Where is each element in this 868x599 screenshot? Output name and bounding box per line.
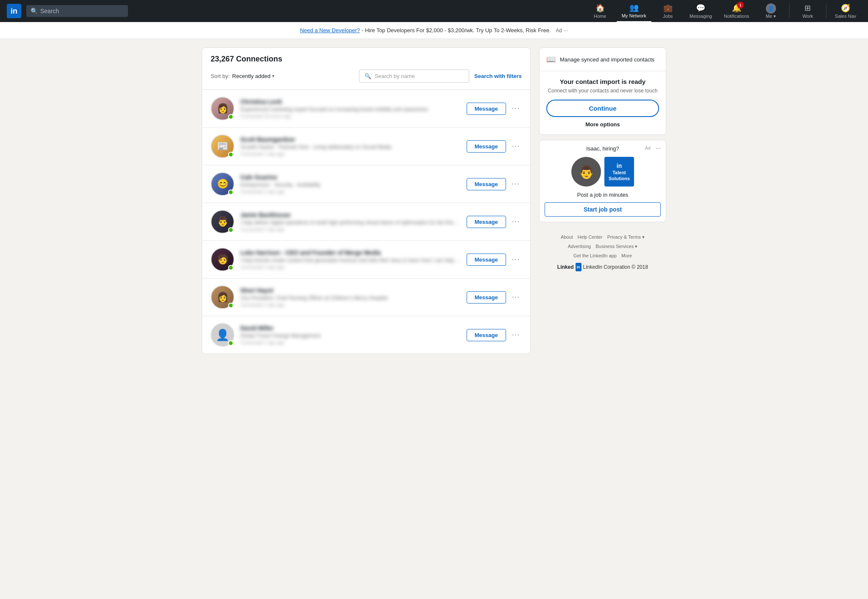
more-options-button[interactable]: ··· (510, 178, 522, 189)
online-indicator (228, 152, 234, 157)
connections-title: 23,267 Connections (211, 55, 522, 64)
message-button[interactable]: Message (467, 254, 506, 266)
avatar-wrap: 👨 (211, 210, 234, 234)
connection-title: I help brands create content that genera… (240, 257, 461, 263)
navbar: in 🔍 🏠 Home 👥 My Network 💼 Jobs 💬 Messag… (0, 0, 868, 22)
connection-time: Connected 1 day ago (240, 340, 461, 345)
message-button[interactable]: Message (467, 140, 506, 153)
message-button[interactable]: Message (467, 178, 506, 190)
search-bar[interactable]: 🔍 (26, 5, 128, 17)
avatar-wrap: 👩 (211, 97, 234, 120)
table-row: 👨 Jamie Backhouse I help deliver digital… (202, 203, 530, 241)
avatar-placeholder: 😊 (217, 178, 228, 189)
connection-time: Connected 1 day ago (240, 302, 461, 307)
footer-brand: Linked in LinkedIn Corporation © 2018 (542, 262, 663, 272)
continue-button[interactable]: Continue (546, 100, 659, 117)
footer-link-help[interactable]: Help Center (578, 234, 603, 240)
footer-link-business[interactable]: Business Services ▾ (595, 244, 637, 249)
connection-name: Christina Lenti (240, 98, 461, 105)
more-options-link[interactable]: More options (546, 121, 659, 128)
linkedin-logo-in: in (576, 263, 581, 271)
nav-item-notifications[interactable]: 🔔 1 Notifications (719, 0, 754, 22)
more-options-button[interactable]: ··· (510, 254, 522, 265)
nav-item-my-network[interactable]: 👥 My Network (617, 0, 651, 22)
online-indicator (228, 303, 234, 308)
avatar-wrap: 📰 (211, 134, 234, 158)
name-search-input[interactable] (375, 73, 464, 79)
connection-time: Connected 1 day ago (240, 227, 461, 232)
connection-actions: Message ··· (467, 291, 522, 304)
name-search-box[interactable]: 🔍 (359, 70, 469, 83)
nav-label-notifications: Notifications (724, 14, 749, 19)
nav-item-me[interactable]: 👤 Me ▾ (756, 0, 786, 22)
more-options-button[interactable]: ··· (510, 103, 522, 114)
more-options-button[interactable]: ··· (510, 292, 522, 303)
footer-links: About Help Center Privacy & Terms ▾ Adve… (539, 227, 666, 277)
import-description: Connect with your contacts and never los… (546, 88, 659, 94)
search-with-filters-link[interactable]: Search with filters (474, 73, 522, 79)
ad-card: Ad ··· Isaac, hiring? 👨 in Talent Soluti… (539, 140, 666, 222)
ad-banner-text: - Hire Top Developers For $2,000 - $3,20… (362, 27, 551, 33)
table-row: 📰 Scott Baumgardner Growth Hacker · Podc… (202, 128, 530, 165)
nav-item-sales-nav[interactable]: 🧭 Sales Nav (830, 0, 861, 22)
ad-talent-solutions-logo: in Talent Solutions (604, 157, 634, 187)
nav-item-messaging[interactable]: 💬 Messaging (684, 0, 717, 22)
table-row: 😊 Cale Guarino Entrepreneur · Security ·… (202, 165, 530, 203)
contact-import-box: Your contact import is ready Connect wit… (540, 71, 666, 134)
ad-banner-link[interactable]: Need a New Developer? (300, 27, 360, 33)
copyright-text: LinkedIn Corporation © 2018 (583, 262, 648, 272)
avatar-placeholder: 📰 (217, 141, 228, 152)
table-row: 👩 Sheri Hayot Vice President, Chief Nurs… (202, 279, 530, 316)
connection-info: Christina Lenti Experienced marketing ex… (240, 98, 461, 119)
avatar-placeholder: 👩 (217, 292, 228, 303)
connection-title: Experienced marketing expert focused on … (240, 106, 461, 112)
sort-dropdown[interactable]: Recently added ▾ (232, 73, 275, 79)
message-button[interactable]: Message (467, 103, 506, 115)
search-icon: 🔍 (31, 8, 38, 14)
notifications-icon: 🔔 1 (732, 3, 741, 13)
avatar-placeholder: 👩 (217, 103, 228, 114)
manage-contacts-card: 📖 Manage synced and imported contacts Yo… (539, 47, 666, 135)
nav-item-jobs[interactable]: 💼 Jobs (653, 0, 683, 22)
connections-panel: 23,267 Connections Sort by: Recently add… (202, 47, 531, 354)
manage-contacts-title[interactable]: Manage synced and imported contacts (560, 56, 654, 63)
connection-time: Connected 10 hours ago (240, 114, 461, 119)
avatar-placeholder: 👤 (216, 329, 229, 342)
linkedin-logo[interactable]: in (7, 4, 21, 18)
more-options-button[interactable]: ··· (510, 216, 522, 227)
online-indicator (228, 265, 234, 270)
ad-banner-label: Ad (556, 28, 562, 33)
notification-badge: 1 (737, 2, 744, 8)
connection-actions: Message ··· (467, 178, 522, 190)
footer-link-advertising[interactable]: Advertising (568, 244, 591, 249)
ad-banner-more[interactable]: ··· (563, 27, 568, 33)
connection-info: Cale Guarino Entrepreneur · Security · A… (240, 174, 461, 194)
ad-more-button[interactable]: ··· (656, 145, 661, 151)
footer-link-app[interactable]: Get the LinkedIn app (573, 253, 617, 258)
connections-header: 23,267 Connections Sort by: Recently add… (202, 48, 530, 90)
connection-time: Connected 1 day ago (240, 151, 461, 156)
user-avatar: 👤 (766, 3, 776, 14)
nav-item-home[interactable]: 🏠 Home (585, 0, 615, 22)
message-button[interactable]: Message (467, 291, 506, 304)
footer-link-privacy[interactable]: Privacy & Terms ▾ (607, 234, 645, 240)
connection-title: Growth Hacker · Podcast Host · Living de… (240, 144, 461, 150)
message-button[interactable]: Message (467, 329, 506, 341)
nav-divider (789, 4, 790, 18)
sort-control: Sort by: Recently added ▾ (211, 73, 275, 79)
nav-label-sales-nav: Sales Nav (835, 14, 856, 19)
footer-link-about[interactable]: About (561, 234, 573, 240)
linkedin-brand-text: Linked (557, 262, 574, 272)
more-options-button[interactable]: ··· (510, 329, 522, 340)
start-job-post-button[interactable]: Start job post (545, 202, 661, 217)
connection-actions: Message ··· (467, 140, 522, 153)
connection-time: Connected 1 day ago (240, 189, 461, 194)
more-options-button[interactable]: ··· (510, 141, 522, 152)
ad-person-avatar: 👨 (571, 157, 601, 187)
footer-link-more[interactable]: More (621, 253, 632, 258)
message-button[interactable]: Message (467, 216, 506, 228)
search-input[interactable] (40, 8, 124, 14)
avatar-wrap: 👤 (211, 323, 234, 347)
search-name-icon: 🔍 (364, 73, 371, 79)
nav-item-work[interactable]: ⊞ Work (793, 0, 823, 22)
